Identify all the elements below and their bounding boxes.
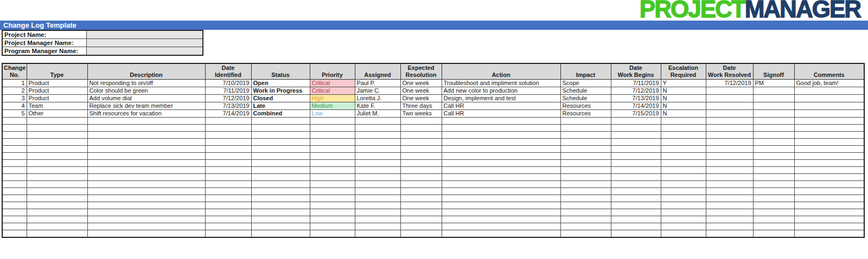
empty-cell[interactable]	[310, 181, 355, 188]
col-header-priority[interactable]: Priority	[310, 63, 355, 80]
empty-cell[interactable]	[794, 195, 864, 202]
empty-cell[interactable]	[87, 202, 205, 209]
empty-cell[interactable]	[87, 160, 205, 167]
empty-cell[interactable]	[205, 139, 251, 146]
cell-date-work-resolved[interactable]	[706, 95, 753, 102]
empty-cell[interactable]	[251, 153, 310, 160]
empty-cell[interactable]	[2, 160, 27, 167]
empty-cell[interactable]	[400, 230, 442, 237]
empty-cell[interactable]	[2, 209, 27, 216]
empty-cell[interactable]	[87, 153, 205, 160]
cell-description[interactable]: Color should be green	[87, 87, 205, 95]
cell-signoff[interactable]	[753, 95, 794, 102]
empty-cell[interactable]	[794, 188, 864, 195]
empty-cell[interactable]	[205, 167, 251, 174]
empty-cell[interactable]	[442, 167, 560, 174]
empty-cell[interactable]	[2, 125, 27, 132]
cell-action[interactable]: Troubleshoot and impliment solution	[442, 80, 560, 87]
cell-assigned[interactable]: Loretta J.	[355, 95, 400, 102]
empty-cell[interactable]	[706, 181, 753, 188]
cell-priority[interactable]: Critical	[310, 80, 355, 87]
empty-cell[interactable]	[2, 174, 27, 181]
empty-cell[interactable]	[27, 139, 87, 146]
cell-description[interactable]: Not responding to on/off	[87, 80, 205, 87]
cell-date-work-resolved[interactable]: 7/12/2019	[706, 80, 753, 87]
empty-cell[interactable]	[706, 174, 753, 181]
empty-cell[interactable]	[310, 209, 355, 216]
empty-cell[interactable]	[87, 181, 205, 188]
empty-cell[interactable]	[611, 216, 661, 223]
empty-cell[interactable]	[706, 216, 753, 223]
empty-cell[interactable]	[753, 188, 794, 195]
empty-cell[interactable]	[251, 118, 310, 125]
cell-date-work-begins[interactable]: 7/11/2019	[611, 80, 661, 87]
cell-impact[interactable]: Resources	[560, 102, 611, 110]
empty-cell[interactable]	[611, 181, 661, 188]
cell-no[interactable]: 4	[2, 102, 27, 110]
cell-priority[interactable]: High	[310, 95, 355, 102]
empty-cell[interactable]	[706, 160, 753, 167]
col-header-description[interactable]: Description	[87, 63, 205, 80]
empty-cell[interactable]	[560, 160, 611, 167]
empty-cell[interactable]	[794, 209, 864, 216]
empty-cell[interactable]	[442, 139, 560, 146]
cell-assigned[interactable]: Paul P.	[355, 80, 400, 87]
empty-cell[interactable]	[400, 195, 442, 202]
empty-cell[interactable]	[400, 160, 442, 167]
empty-cell[interactable]	[27, 118, 87, 125]
empty-cell[interactable]	[2, 132, 27, 139]
empty-cell[interactable]	[794, 230, 864, 237]
empty-cell[interactable]	[205, 188, 251, 195]
empty-cell[interactable]	[560, 174, 611, 181]
cell-date-identified[interactable]: 7/12/2019	[205, 95, 251, 102]
cell-action[interactable]: Call HR	[442, 110, 560, 118]
empty-cell[interactable]	[753, 132, 794, 139]
empty-cell[interactable]	[611, 195, 661, 202]
empty-cell[interactable]	[661, 174, 706, 181]
empty-cell[interactable]	[706, 146, 753, 153]
empty-cell[interactable]	[87, 223, 205, 230]
empty-cell[interactable]	[251, 146, 310, 153]
cell-assigned[interactable]: Jamie C.	[355, 87, 400, 95]
empty-cell[interactable]	[560, 139, 611, 146]
cell-expected-resolution[interactable]: One week	[400, 80, 442, 87]
empty-cell[interactable]	[355, 195, 400, 202]
empty-cell[interactable]	[205, 132, 251, 139]
empty-cell[interactable]	[400, 132, 442, 139]
col-header-signoff[interactable]: Signoff	[753, 63, 794, 80]
empty-cell[interactable]	[87, 174, 205, 181]
empty-cell[interactable]	[87, 167, 205, 174]
cell-date-identified[interactable]: 7/13/2019	[205, 102, 251, 110]
empty-cell[interactable]	[251, 125, 310, 132]
cell-expected-resolution[interactable]: One week	[400, 95, 442, 102]
empty-cell[interactable]	[87, 230, 205, 237]
cell-priority[interactable]: Low	[310, 110, 355, 118]
empty-cell[interactable]	[251, 160, 310, 167]
cell-expected-resolution[interactable]: Three days	[400, 102, 442, 110]
empty-cell[interactable]	[560, 202, 611, 209]
empty-cell[interactable]	[310, 174, 355, 181]
empty-cell[interactable]	[442, 174, 560, 181]
empty-cell[interactable]	[27, 202, 87, 209]
empty-cell[interactable]	[400, 125, 442, 132]
empty-cell[interactable]	[661, 230, 706, 237]
empty-cell[interactable]	[27, 188, 87, 195]
empty-cell[interactable]	[753, 160, 794, 167]
empty-cell[interactable]	[753, 216, 794, 223]
empty-cell[interactable]	[661, 146, 706, 153]
empty-cell[interactable]	[2, 216, 27, 223]
col-header-change-no[interactable]: Change No.	[2, 63, 27, 80]
empty-cell[interactable]	[400, 223, 442, 230]
cell-status[interactable]: Open	[251, 80, 310, 87]
cell-escalation-required[interactable]: N	[661, 110, 706, 118]
empty-cell[interactable]	[251, 188, 310, 195]
empty-cell[interactable]	[611, 174, 661, 181]
empty-cell[interactable]	[661, 125, 706, 132]
empty-cell[interactable]	[310, 139, 355, 146]
empty-cell[interactable]	[611, 132, 661, 139]
empty-cell[interactable]	[611, 230, 661, 237]
empty-cell[interactable]	[611, 139, 661, 146]
cell-date-work-begins[interactable]: 7/15/2019	[611, 110, 661, 118]
empty-cell[interactable]	[310, 188, 355, 195]
empty-cell[interactable]	[753, 146, 794, 153]
